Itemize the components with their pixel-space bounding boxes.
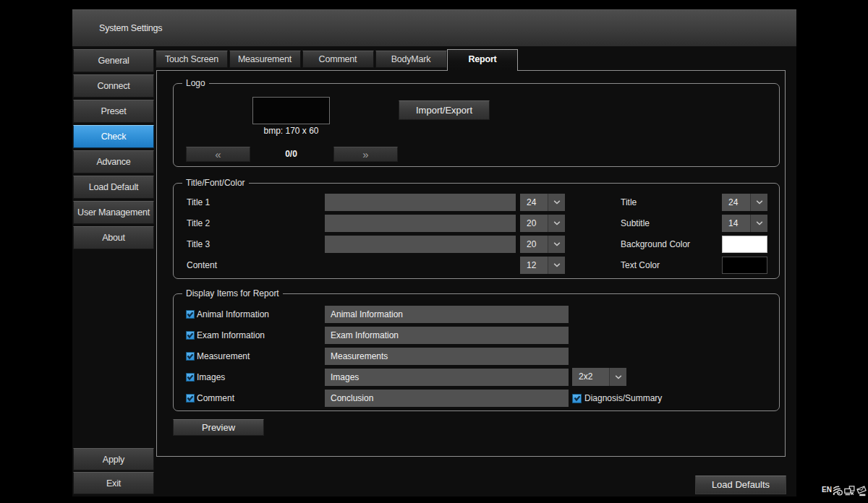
title3-label: Title 3	[187, 236, 210, 253]
report-title-size-select[interactable]: 24	[722, 194, 767, 211]
comment-checkbox-label: Comment	[197, 390, 234, 407]
content-label: Content	[187, 257, 217, 274]
import-export-button[interactable]: Import/Export	[399, 100, 490, 120]
report-tab-panel: Logo bmp: 170 x 60 Import/Export « 0/0 »…	[156, 70, 786, 457]
chevron-down-icon	[548, 194, 565, 211]
chevron-down-icon	[609, 368, 626, 386]
dialog-titlebar: System Settings	[72, 9, 796, 46]
title2-label: Title 2	[187, 215, 210, 232]
images-layout-value: 2x2	[572, 368, 609, 386]
measurement-field[interactable]	[325, 348, 569, 365]
sidebar-item-check[interactable]: Check	[73, 125, 154, 148]
measurement-checkbox[interactable]	[186, 352, 195, 361]
tab-comment[interactable]: Comment	[302, 51, 374, 68]
chevron-down-icon	[548, 215, 565, 232]
logo-next-button[interactable]: »	[333, 147, 398, 162]
logo-bmp-hint: bmp: 170 x 60	[252, 124, 330, 136]
images-checkbox[interactable]	[186, 373, 195, 382]
comment-checkbox[interactable]	[186, 394, 195, 403]
sidebar-item-connect[interactable]: Connect	[73, 74, 154, 98]
report-subtitle-size-value: 14	[722, 215, 750, 232]
background-color-swatch[interactable]	[722, 236, 767, 253]
title1-size-value: 24	[520, 194, 548, 211]
wireless-status-icon	[833, 486, 843, 496]
title3-size-value: 20	[520, 236, 548, 253]
measurement-checkbox-label: Measurement	[197, 348, 250, 365]
images-field[interactable]	[325, 369, 569, 386]
logo-group: Logo bmp: 170 x 60 Import/Export « 0/0 »	[173, 83, 780, 167]
images-layout-select[interactable]: 2x2	[572, 368, 626, 386]
exam-information-checkbox-label: Exam Information	[197, 327, 265, 344]
sidebar-item-preset[interactable]: Preset	[73, 100, 154, 123]
content-size-select[interactable]: 12	[520, 257, 565, 274]
dicom-status-icon	[856, 485, 867, 496]
title2-size-select[interactable]: 20	[520, 215, 565, 232]
title-font-color-group: Title/Font/Color Title 1 24 Title 2 20 T…	[173, 183, 780, 279]
dialog-title: System Settings	[99, 23, 162, 33]
apply-button[interactable]: Apply	[73, 448, 154, 470]
logo-preview-box	[252, 97, 330, 124]
language-indicator: EN	[822, 485, 832, 494]
network-screens-status-icon	[844, 486, 855, 496]
animal-information-checkbox-label: Animal Information	[197, 306, 269, 323]
sidebar-item-general[interactable]: General	[73, 49, 154, 72]
logo-group-legend: Logo	[182, 78, 209, 89]
chevron-down-icon	[750, 194, 767, 211]
tab-touch-screen[interactable]: Touch Screen	[156, 51, 228, 68]
display-items-group: Display Items for Report Animal Informat…	[173, 293, 780, 411]
exit-button[interactable]: Exit	[73, 472, 154, 494]
report-subtitle-label: Subtitle	[621, 215, 650, 232]
sidebar-item-about[interactable]: About	[73, 226, 154, 249]
images-checkbox-label: Images	[197, 369, 225, 386]
title3-input[interactable]	[325, 236, 516, 253]
text-color-swatch[interactable]	[722, 257, 767, 274]
title2-input[interactable]	[325, 215, 516, 232]
tab-measurement[interactable]: Measurement	[229, 51, 301, 68]
sidebar-item-advance[interactable]: Advance	[73, 150, 154, 173]
sidebar-item-load-default[interactable]: Load Default	[73, 176, 154, 199]
text-color-label: Text Color	[621, 257, 660, 274]
comment-field[interactable]	[325, 390, 569, 407]
tab-bodymark[interactable]: BodyMark	[375, 51, 447, 68]
report-subtitle-size-select[interactable]: 14	[722, 215, 767, 232]
exam-information-checkbox[interactable]	[186, 331, 195, 340]
chevron-down-icon	[750, 215, 767, 232]
exam-information-field[interactable]	[325, 327, 569, 344]
diagnosis-summary-checkbox[interactable]	[572, 394, 582, 403]
background-color-label: Background Color	[621, 236, 690, 253]
sidebar-item-user-management[interactable]: User Management	[73, 201, 154, 224]
title3-size-select[interactable]: 20	[520, 236, 565, 253]
display-items-legend: Display Items for Report	[182, 288, 283, 299]
title1-size-select[interactable]: 24	[520, 194, 565, 211]
chevron-down-icon	[548, 257, 565, 274]
tab-report[interactable]: Report	[447, 49, 518, 71]
title2-size-value: 20	[520, 215, 548, 232]
title-font-color-legend: Title/Font/Color	[182, 178, 249, 189]
animal-information-field[interactable]	[325, 306, 569, 323]
title1-label: Title 1	[187, 194, 210, 211]
report-title-label: Title	[621, 194, 637, 211]
chevron-down-icon	[548, 236, 565, 253]
logo-page-counter: 0/0	[252, 147, 330, 162]
report-title-size-value: 24	[722, 194, 750, 211]
load-defaults-button[interactable]: Load Defaults	[695, 476, 786, 494]
content-size-value: 12	[520, 257, 548, 274]
title1-input[interactable]	[325, 194, 516, 211]
animal-information-checkbox[interactable]	[186, 310, 195, 319]
screen: System Settings General Connect Preset C…	[0, 0, 868, 503]
preview-button[interactable]: Preview	[173, 419, 264, 436]
diagnosis-summary-label: Diagnosis/Summary	[584, 390, 662, 407]
logo-prev-button[interactable]: «	[186, 147, 250, 162]
